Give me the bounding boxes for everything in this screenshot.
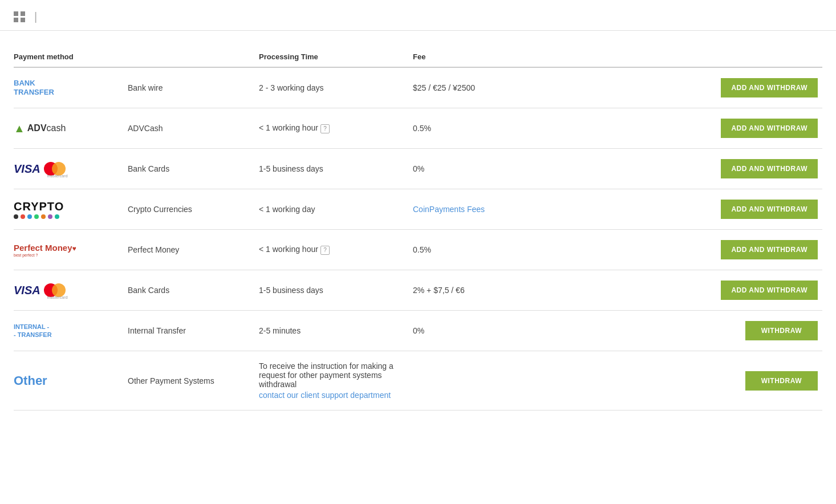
table-row: VISA mastercard Bank Cards1-5 business d… <box>14 149 822 189</box>
table-row: INTERNAL -- TRANSFERInternal Transfer2-5… <box>14 311 822 351</box>
table-header-row: Payment method Processing Time Fee <box>14 47 822 67</box>
add-and-withdraw-button[interactable]: ADD AND WITHDRAW <box>721 119 818 138</box>
payment-method-logo: VISA mastercard <box>14 149 128 189</box>
processing-time: 2-5 minutes <box>259 311 413 351</box>
fee <box>413 351 555 410</box>
payment-method-logo: ▲ ADVcash <box>14 108 128 149</box>
action-cell: ADD AND WITHDRAW <box>555 230 822 270</box>
processing-time: < 1 working hour? <box>259 108 413 149</box>
processing-time: 2 - 3 working days <box>259 67 413 108</box>
payment-method-logo: Perfect Money♥ best perfect ? <box>14 230 128 270</box>
fee: $25 / €25 / ¥2500 <box>413 67 555 108</box>
method-name: Bank wire <box>128 67 259 108</box>
method-name: Crypto Currencies <box>128 189 259 230</box>
payment-method-logo: Other <box>14 351 128 410</box>
action-cell: WITHDRAW <box>555 351 822 410</box>
processing-time: 1-5 business days <box>259 149 413 189</box>
action-cell: ADD AND WITHDRAW <box>555 67 822 108</box>
processing-time: 1-5 business days <box>259 270 413 311</box>
payment-method-logo: INTERNAL -- TRANSFER <box>14 311 128 351</box>
add-and-withdraw-button[interactable]: ADD AND WITHDRAW <box>721 200 818 219</box>
method-name: Bank Cards <box>128 270 259 311</box>
add-and-withdraw-button[interactable]: ADD AND WITHDRAW <box>721 240 818 259</box>
table-row: OtherOther Payment SystemsTo receive the… <box>14 351 822 410</box>
processing-time-info-icon[interactable]: ? <box>320 246 330 255</box>
action-cell: ADD AND WITHDRAW <box>555 270 822 311</box>
action-cell: ADD AND WITHDRAW <box>555 189 822 230</box>
action-cell: WITHDRAW <box>555 311 822 351</box>
table-row: VISA mastercard Bank Cards1-5 business d… <box>14 270 822 311</box>
processing-time: < 1 working hour? <box>259 230 413 270</box>
col-method-name <box>128 47 259 67</box>
fee: 0% <box>413 311 555 351</box>
fee: CoinPayments Fees <box>413 189 555 230</box>
action-cell: ADD AND WITHDRAW <box>555 149 822 189</box>
page-header: | <box>0 0 836 31</box>
payment-method-logo: CRYPTO <box>14 189 128 230</box>
fee: 2% + $7,5 / €6 <box>413 270 555 311</box>
add-and-withdraw-button[interactable]: ADD AND WITHDRAW <box>721 78 818 97</box>
method-name: Other Payment Systems <box>128 351 259 410</box>
processing-time: < 1 working day <box>259 189 413 230</box>
withdraw-button[interactable]: WITHDRAW <box>745 371 818 391</box>
payment-method-logo: BANKTRANSFER <box>14 67 128 108</box>
withdrawal-table: Payment method Processing Time Fee BANKT… <box>14 47 822 410</box>
coinpayments-fees-link[interactable]: CoinPayments Fees <box>413 205 485 214</box>
method-name: ADVCash <box>128 108 259 149</box>
col-action <box>555 47 822 67</box>
method-name: Perfect Money <box>128 230 259 270</box>
col-payment-method: Payment method <box>14 47 128 67</box>
table-row: Perfect Money♥ best perfect ? Perfect Mo… <box>14 230 822 270</box>
add-and-withdraw-button[interactable]: ADD AND WITHDRAW <box>721 281 818 300</box>
payment-method-logo: VISA mastercard <box>14 270 128 311</box>
fee: 0.5% <box>413 108 555 149</box>
table-row: BANKTRANSFERBank wire2 - 3 working days$… <box>14 67 822 108</box>
fee: 0.5% <box>413 230 555 270</box>
method-name: Bank Cards <box>128 149 259 189</box>
processing-time: To receive the instruction for making a … <box>259 351 413 410</box>
table-row: CRYPTOCrypto Currencies< 1 working dayCo… <box>14 189 822 230</box>
method-name: Internal Transfer <box>128 311 259 351</box>
action-cell: ADD AND WITHDRAW <box>555 108 822 149</box>
col-processing-time: Processing Time <box>259 47 413 67</box>
header-divider: | <box>34 10 37 23</box>
withdrawal-table-container: Payment method Processing Time Fee BANKT… <box>0 47 836 410</box>
table-row: ▲ ADVcash ADVCash< 1 working hour?0.5%AD… <box>14 108 822 149</box>
add-and-withdraw-button[interactable]: ADD AND WITHDRAW <box>721 159 818 178</box>
contact-support-link[interactable]: contact our client support department <box>259 391 408 400</box>
section-title <box>0 31 836 47</box>
fee: 0% <box>413 149 555 189</box>
col-fee: Fee <box>413 47 555 67</box>
grid-icon <box>14 11 25 23</box>
processing-time-info-icon[interactable]: ? <box>320 124 330 133</box>
withdraw-button[interactable]: WITHDRAW <box>745 321 818 340</box>
